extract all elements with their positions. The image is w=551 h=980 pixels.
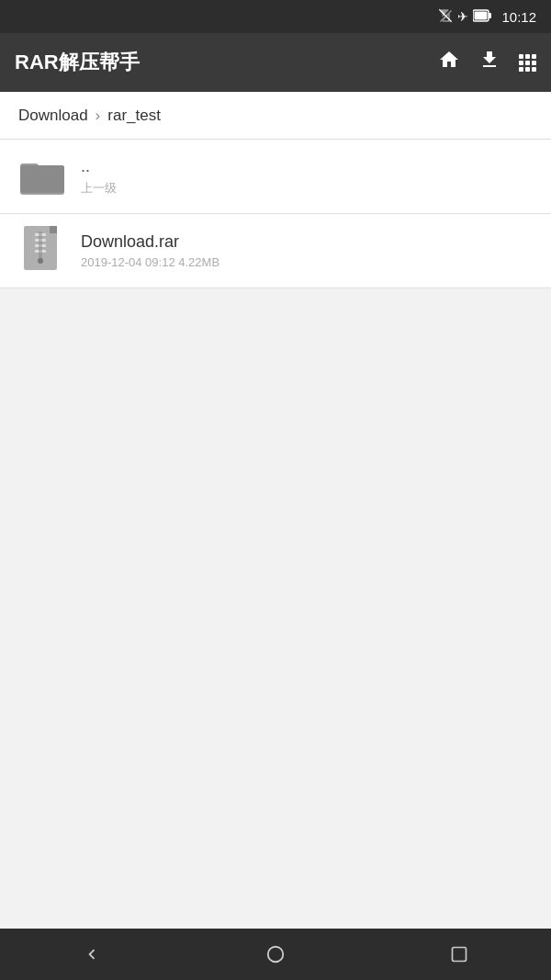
rar-file-icon <box>18 227 66 275</box>
folder-subtitle: 上一级 <box>81 180 117 197</box>
back-button[interactable] <box>64 936 119 973</box>
svg-rect-2 <box>475 11 488 19</box>
rar-file-name: Download.rar <box>81 232 219 252</box>
recent-button[interactable] <box>432 936 487 973</box>
svg-rect-6 <box>20 165 64 193</box>
list-item[interactable]: .. 上一级 <box>0 140 551 214</box>
folder-dots: .. <box>81 157 117 176</box>
nav-bar <box>0 929 551 980</box>
home-icon[interactable] <box>438 49 460 76</box>
download-action-icon[interactable] <box>478 49 500 76</box>
rar-file-meta: 2019-12-04 09:12 4.22MB <box>81 255 219 269</box>
home-button[interactable] <box>248 936 303 973</box>
breadcrumb-parent[interactable]: Download <box>18 107 88 125</box>
app-bar-actions <box>438 49 536 76</box>
app-bar: RAR解压帮手 <box>0 33 551 92</box>
folder-icon <box>18 152 66 200</box>
app-title: RAR解压帮手 <box>15 49 140 76</box>
svg-rect-8 <box>50 226 57 233</box>
svg-point-15 <box>268 947 284 963</box>
svg-rect-16 <box>453 948 467 962</box>
no-sim-icon <box>438 8 453 26</box>
battery-icon <box>473 9 491 25</box>
svg-rect-3 <box>489 13 491 18</box>
svg-rect-13 <box>39 231 42 263</box>
list-item[interactable]: Download.rar 2019-12-04 09:12 4.22MB <box>0 214 551 288</box>
breadcrumb-separator: › <box>96 107 101 125</box>
status-bar: ✈ 10:12 <box>0 0 551 33</box>
status-icons: ✈ 10:12 <box>438 8 536 26</box>
rar-file-info: Download.rar 2019-12-04 09:12 4.22MB <box>81 232 219 269</box>
file-list: .. 上一级 Download.ra <box>0 140 551 929</box>
grid-action-icon[interactable] <box>519 54 536 72</box>
airplane-icon: ✈ <box>457 9 468 24</box>
folder-info: .. 上一级 <box>81 157 117 197</box>
breadcrumb: Download › rar_test <box>0 92 551 140</box>
breadcrumb-current: rar_test <box>107 107 161 125</box>
status-time: 10:12 <box>501 9 536 25</box>
svg-point-14 <box>38 258 43 264</box>
